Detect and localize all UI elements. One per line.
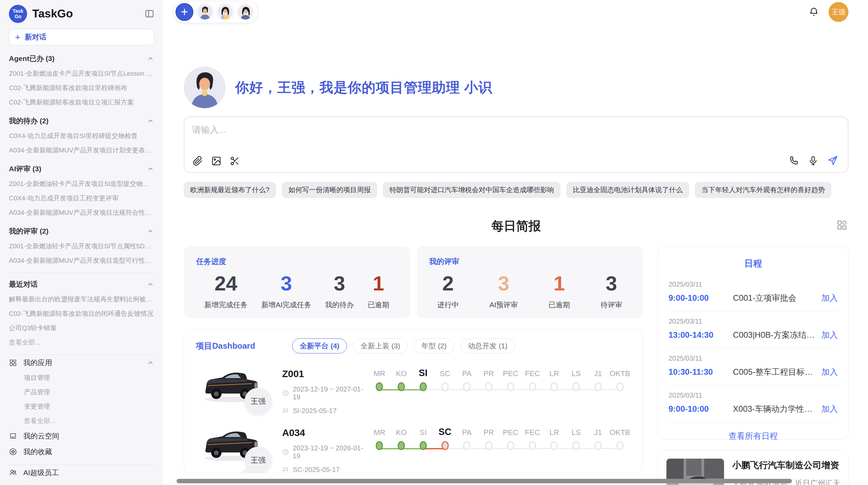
composer-right-tools <box>789 155 838 166</box>
sidebar-task-item[interactable]: Z001-全新燃油皮卡产品开发项目SI节点Lesson Learn报告 <box>9 66 154 81</box>
user-avatar-name: 王强 <box>832 8 845 17</box>
project-flag: SI-2025-05-17 <box>282 407 369 415</box>
suggestion-chip[interactable]: 比亚迪全固态电池计划具体说了什么 <box>566 182 689 198</box>
sidebar-task-item[interactable]: A034-全新新能源MUV产品开发项目造型可行性评审 <box>9 253 154 268</box>
chevron-up-icon[interactable] <box>147 55 154 62</box>
event-join-link[interactable]: 加入 <box>821 366 838 377</box>
event-join-link[interactable]: 加入 <box>821 293 838 303</box>
layout-grid-icon[interactable] <box>836 219 848 231</box>
sidebar-item-ai-super-staff[interactable]: AI超级员工 <box>9 465 154 481</box>
event-row: 13:00-14:30C003|H0B-方案冻结评审加入 <box>668 329 838 340</box>
sidebar-collapse-icon[interactable] <box>145 9 154 18</box>
sidebar-item-my-apps[interactable]: 我的应用 <box>9 355 154 371</box>
microphone-icon[interactable] <box>808 156 818 166</box>
recent-chats-header[interactable]: 最近对话 <box>9 276 154 292</box>
sidebar-group-header[interactable]: Agent已办 (3) <box>9 51 154 66</box>
app-root: Task Go TaskGo + 新对话 Agent已办 (3)Z001-全新燃… <box>0 0 868 485</box>
stat-value: 3 <box>490 272 518 295</box>
user-avatar[interactable]: 王强 <box>829 2 848 22</box>
suggestion-chip[interactable]: 欧洲新规最近颁布了什么? <box>184 182 276 198</box>
view-all-chats-link[interactable]: 查看全部... <box>9 335 154 350</box>
stats-row: 2进行中3AI预评审1已逾期3待评审 <box>429 272 631 310</box>
view-all-apps-link[interactable]: 查看全部... <box>9 414 154 428</box>
chevron-up-icon[interactable] <box>147 227 154 235</box>
sidebar-group-header[interactable]: 我的待办 (2) <box>9 113 154 129</box>
sidebar-group-header[interactable]: 我的评审 (2) <box>9 223 154 239</box>
new-chat-button[interactable]: + 新对话 <box>9 29 154 45</box>
app-shortcut-item[interactable]: 产品管理 <box>9 385 154 399</box>
milestone-label: KO <box>390 369 412 378</box>
milestone-label: LR <box>543 428 565 437</box>
recent-chat-item[interactable]: 公司Q3轻卡销量 <box>9 321 154 335</box>
chevron-up-icon[interactable] <box>147 281 154 288</box>
milestone-label: OKTB <box>609 428 631 437</box>
add-agent-button[interactable]: + <box>176 3 193 21</box>
chevron-up-icon[interactable] <box>147 359 154 366</box>
event-date: 2025/03/11 <box>668 355 838 362</box>
milestone-dot <box>420 382 427 391</box>
dashboard-tab[interactable]: 动总开发 (1) <box>460 338 515 353</box>
event-title: C001-立项审批会 <box>733 293 817 303</box>
sidebar-group-header[interactable]: AI评审 (3) <box>9 161 154 177</box>
stat-value: 3 <box>261 272 311 295</box>
stat-label: 新增完成任务 <box>204 300 248 310</box>
image-icon[interactable] <box>211 156 221 166</box>
dashboard-tab[interactable]: 年型 (2) <box>414 338 454 353</box>
agent-avatar[interactable] <box>237 3 254 21</box>
agent-avatar[interactable] <box>196 3 214 21</box>
dashboard-tab[interactable]: 全新上装 (3) <box>353 338 408 353</box>
horizontal-scrollbar[interactable] <box>177 479 792 483</box>
milestone-labels: MRKOSISCPAPRPECFECLRLSJ1OKTB <box>369 427 631 440</box>
chevron-up-icon[interactable] <box>147 117 154 125</box>
sidebar-task-item[interactable]: Z001-全新燃油轻卡产品开发项目SI造型提交物评审 <box>9 177 154 191</box>
milestone-dot <box>485 441 492 450</box>
milestone-timeline: MRKOSISCPAPRPECFECLRLSJ1OKTB <box>369 427 631 456</box>
sidebar-task-item[interactable]: C02-飞腾新能源轻客改款项目立项汇报方案 <box>9 95 154 110</box>
event-join-link[interactable]: 加入 <box>821 329 838 340</box>
stats-row: 24新增完成任务3新增AI完成任务3我的待办1已逾期 <box>196 272 398 310</box>
sidebar-task-item[interactable]: A034-全新新能源MUV产品开发项目法规符合性评审 <box>9 206 154 220</box>
message-input[interactable] <box>192 124 840 144</box>
sidebar-item-help-me-write[interactable]: 帮我写作 <box>9 481 154 485</box>
view-all-schedule-link[interactable]: 查看所有日程 <box>668 422 838 450</box>
milestone-dot <box>572 382 580 391</box>
project-flag-text: SC-2025-05-17 <box>293 466 340 473</box>
milestone-dot <box>529 441 536 450</box>
sidebar-task-item[interactable]: A034-全新新能源MUV产品开发项目计划变更表编写 <box>9 143 154 158</box>
agent-avatar-strip: + <box>173 1 258 23</box>
schedule-event: 2025/03/1110:30-11:30C005-整车工程目标评审加入 <box>668 348 838 385</box>
milestone-label: J1 <box>587 428 609 437</box>
project-info: Z0012023-12-19 ~ 2027-01-19SI-2025-05-17 <box>282 368 369 415</box>
app-title: TaskGo <box>32 7 140 20</box>
dashboard-tab[interactable]: 全新平台 (4) <box>292 338 347 353</box>
chevron-up-icon[interactable] <box>147 165 154 173</box>
sidebar-item-favorites[interactable]: 我的收藏 <box>9 444 154 460</box>
sidebar-task-item[interactable]: Z001-全新燃油轻卡产品开发项目SI节点属性5D文件评审 <box>9 239 154 253</box>
milestone-label: OKTB <box>609 369 631 378</box>
milestone-label: SC <box>434 369 456 378</box>
app-shortcut-item[interactable]: 项目管理 <box>9 371 154 385</box>
stat-value: 3 <box>325 272 354 295</box>
suggestion-chip[interactable]: 特朗普可能对进口汽车增税会对中国车企造成哪些影响 <box>383 182 560 198</box>
suggestion-chip[interactable]: 当下年轻人对汽车外观有怎样的喜好趋势 <box>695 182 831 198</box>
sidebar-group-title: 我的待办 (2) <box>9 116 49 126</box>
schedule-card: 日程 2025/03/119:00-10:00C001-立项审批会加入2025/… <box>658 246 848 440</box>
recent-chat-item[interactable]: 解释最新出台的欧盟报废车法规再生塑料比例被调至15%... <box>9 292 154 307</box>
sidebar-task-item[interactable]: C02-飞腾新能源轻客改款项目里程碑画布 <box>9 81 154 95</box>
recent-chat-item[interactable]: C02-飞腾新能源轻客改款项目的闭环通告反馈情况 <box>9 307 154 321</box>
suggestion-chip[interactable]: 如何写一份清晰的项目周报 <box>282 182 377 198</box>
app-shortcut-item[interactable]: 变更管理 <box>9 399 154 414</box>
stat-value: 3 <box>601 272 622 295</box>
sidebar-item-cloud-space[interactable]: 我的云空间 <box>9 428 154 444</box>
sidebar-task-item[interactable]: C0X4-动力总成开发项目SI里程碑提交物检查 <box>9 129 154 143</box>
milestone-dot <box>442 382 449 391</box>
scissors-icon[interactable] <box>230 156 240 166</box>
agent-avatar[interactable] <box>217 3 234 21</box>
phone-icon[interactable] <box>789 156 799 166</box>
notification-bell-icon[interactable] <box>809 7 819 17</box>
event-join-link[interactable]: 加入 <box>821 403 838 414</box>
stat-value: 1 <box>368 272 389 295</box>
attachment-icon[interactable] <box>193 156 203 166</box>
sidebar-task-item[interactable]: C0X4-动力总成开发项目工程变更评审 <box>9 191 154 206</box>
send-icon[interactable] <box>827 155 838 166</box>
